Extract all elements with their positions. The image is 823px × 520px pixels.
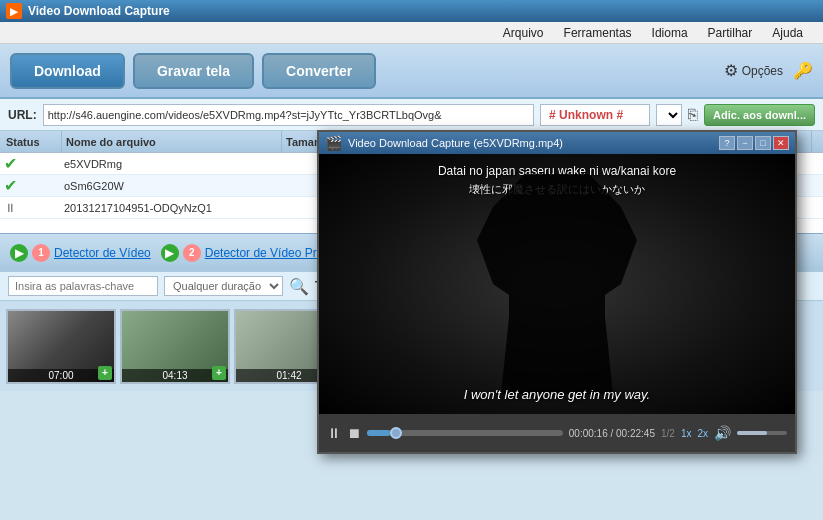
menu-arquivo[interactable]: Arquivo	[493, 24, 554, 42]
player-maximize-button[interactable]: □	[755, 136, 771, 150]
progress-bar[interactable]	[367, 430, 563, 436]
menu-bar: Arquivo Ferramentas Idioma Partilhar Aju…	[0, 22, 823, 44]
detect-badge-2: 2	[183, 244, 201, 262]
thumbnail-item[interactable]: 04:13 +	[120, 309, 230, 384]
app-title: Video Download Capture	[28, 4, 170, 18]
player-title-text: Video Download Capture (e5XVDRmg.mp4)	[348, 137, 719, 149]
video-subtitle-bottom: I won't let anyone get in my way.	[319, 387, 795, 402]
play-pause-button[interactable]: ⏸	[327, 425, 341, 441]
time-display: 00:00:16 / 00:22:45	[569, 428, 655, 439]
menu-partilhar[interactable]: Partilhar	[698, 24, 763, 42]
progress-fill	[367, 430, 390, 436]
video-content: Datai no japan saseru wake ni wa/kanai k…	[319, 154, 795, 414]
speed-2x-button[interactable]: 2x	[697, 428, 708, 439]
status-cell: ⏸	[0, 201, 60, 215]
toolbar-right: ⚙ Opções 🔑	[724, 61, 813, 80]
app-icon: ▶	[6, 3, 22, 19]
menu-ferramentas[interactable]: Ferramentas	[554, 24, 642, 42]
status-cell: ✔	[0, 154, 60, 173]
thumbnail-item[interactable]: 07:00 +	[6, 309, 116, 384]
video-player: 🎬 Video Download Capture (e5XVDRmg.mp4) …	[317, 130, 797, 454]
time-separator: 1/2	[661, 428, 675, 439]
status-ok-icon: ✔	[4, 177, 17, 194]
copy-icon[interactable]: ⎘	[688, 106, 698, 124]
url-dropdown[interactable]	[656, 104, 682, 126]
url-bar: URL: # Unknown # ⎘ Adic. aos downl...	[0, 99, 823, 131]
player-controls-bottom: ⏸ ⏹ 00:00:16 / 00:22:45 1/2 1x 2x 🔊	[319, 414, 795, 452]
player-minimize-button[interactable]: −	[737, 136, 753, 150]
video-silhouette	[477, 174, 637, 394]
menu-idioma[interactable]: Idioma	[642, 24, 698, 42]
stop-button[interactable]: ⏹	[347, 425, 361, 441]
volume-icon[interactable]: 🔊	[714, 425, 731, 441]
add-to-downloads-button[interactable]: Adic. aos downl...	[704, 104, 815, 126]
detect-group-1: ▶ 1 Detector de Vídeo	[10, 244, 151, 262]
options-label: Opções	[742, 64, 783, 78]
gear-icon: ⚙	[724, 61, 738, 80]
filename-cell: 20131217104951-ODQyNzQ1	[60, 202, 280, 214]
col-filename: Nome do arquivo	[62, 131, 282, 152]
url-label: URL:	[8, 108, 37, 122]
thumb-add-button[interactable]: +	[212, 366, 226, 380]
duration-select[interactable]: Qualquer duração	[164, 276, 283, 296]
toolbar: Download Gravar tela Converter ⚙ Opções …	[0, 44, 823, 99]
search-icon[interactable]: 🔍	[289, 277, 309, 296]
player-title-bar: 🎬 Video Download Capture (e5XVDRmg.mp4) …	[319, 132, 795, 154]
detect-icon-2: ▶	[161, 244, 179, 262]
title-bar: ▶ Video Download Capture	[0, 0, 823, 22]
filename-cell: e5XVDRmg	[60, 158, 280, 170]
player-close-button[interactable]: ✕	[773, 136, 789, 150]
player-video-area: Datai no japan saseru wake ni wa/kanai k…	[319, 154, 795, 414]
menu-ajuda[interactable]: Ajuda	[762, 24, 813, 42]
player-help-button[interactable]: ?	[719, 136, 735, 150]
detect-icon-1: ▶	[10, 244, 28, 262]
download-button[interactable]: Download	[10, 53, 125, 89]
player-window-controls: ? − □ ✕	[719, 136, 789, 150]
col-status: Status	[2, 131, 62, 152]
url-input[interactable]	[43, 104, 534, 126]
record-button[interactable]: Gravar tela	[133, 53, 254, 89]
url-tag: # Unknown #	[540, 104, 650, 126]
detect-video-link[interactable]: Detector de Vídeo	[54, 246, 151, 260]
status-pause-icon: ⏸	[4, 201, 16, 215]
status-ok-icon: ✔	[4, 155, 17, 172]
thumb-add-button[interactable]: +	[98, 366, 112, 380]
player-title-icon: 🎬	[325, 135, 342, 151]
options-button[interactable]: ⚙ Opções	[724, 61, 783, 80]
detect-badge-1: 1	[32, 244, 50, 262]
volume-bar[interactable]	[737, 431, 787, 435]
volume-fill	[737, 431, 767, 435]
progress-handle[interactable]	[390, 427, 402, 439]
search-input[interactable]	[8, 276, 158, 296]
speed-1x-button[interactable]: 1x	[681, 428, 692, 439]
convert-button[interactable]: Converter	[262, 53, 376, 89]
key-icon: 🔑	[793, 61, 813, 80]
filename-cell: oSm6G20W	[60, 180, 280, 192]
status-cell: ✔	[0, 176, 60, 195]
